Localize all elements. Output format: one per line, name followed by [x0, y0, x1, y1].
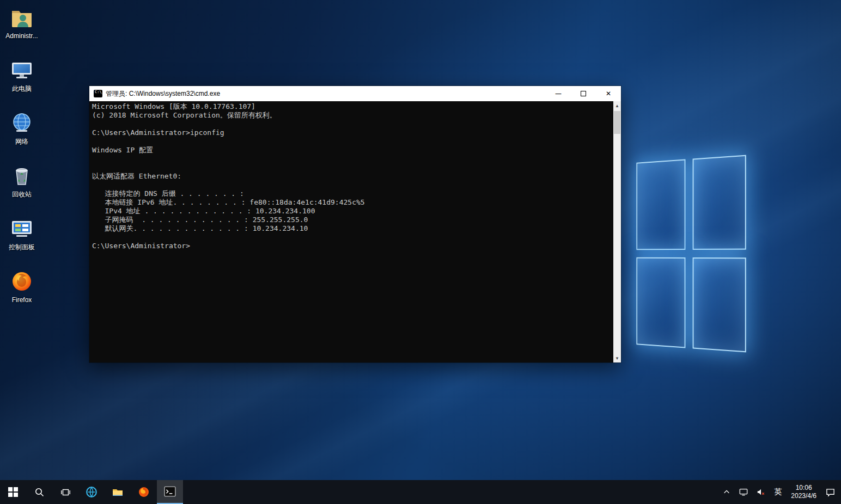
computer-icon [10, 58, 34, 82]
file-explorer-icon [112, 487, 123, 497]
scroll-thumb[interactable] [614, 111, 620, 134]
action-center-icon [826, 488, 835, 497]
desktop-icon-this-pc[interactable]: 此电脑 [1, 55, 42, 103]
desktop-icon-administrator[interactable]: Administr... [1, 2, 42, 50]
search-button[interactable] [26, 480, 52, 504]
desktop-icon-label: Firefox [12, 297, 32, 304]
windows-wallpaper-logo [636, 155, 746, 353]
clock[interactable]: 10:06 2023/4/6 [787, 480, 821, 504]
cmd-taskbar-button[interactable] [157, 480, 183, 504]
maximize-button[interactable] [571, 86, 596, 101]
system-tray: 英 10:06 2023/4/6 [719, 480, 841, 504]
desktop-icons: Administr... 此电脑 [1, 2, 42, 314]
desktop-icon-label: 此电脑 [12, 85, 32, 93]
file-explorer-button[interactable] [105, 480, 131, 504]
scroll-down-icon[interactable]: ▼ [613, 354, 621, 362]
cmd-body: Microsoft Windows [版本 10.0.17763.107](c)… [89, 101, 621, 362]
task-view-button[interactable] [52, 480, 78, 504]
tray-volume-button[interactable] [753, 480, 769, 504]
action-center-button[interactable] [822, 480, 839, 504]
maximize-icon [581, 91, 586, 96]
clock-time: 10:06 [796, 484, 812, 492]
desktop-icon-recycle-bin[interactable]: 回收站 [1, 161, 42, 208]
windows-start-icon [8, 487, 18, 497]
recycle-bin-icon [10, 164, 34, 188]
tray-display-button[interactable] [735, 480, 752, 504]
network-globe-icon [10, 111, 34, 135]
internet-explorer-button[interactable] [78, 480, 105, 504]
desktop-icon-network[interactable]: 网络 [1, 108, 42, 156]
task-view-icon [61, 488, 70, 497]
chevron-up-icon [723, 488, 730, 496]
display-status-icon [739, 488, 748, 496]
minimize-button[interactable]: — [546, 86, 571, 101]
cmd-taskbar-icon [164, 485, 176, 497]
speaker-muted-icon [757, 488, 765, 496]
tray-expand-button[interactable] [719, 480, 734, 504]
cmd-window-title: 管理员: C:\Windows\system32\cmd.exe [106, 89, 546, 99]
user-folder-icon [10, 5, 34, 29]
desktop-icon-label: 网络 [15, 138, 28, 145]
cmd-app-icon [94, 90, 102, 97]
close-button[interactable]: ✕ [596, 86, 621, 101]
clock-date: 2023/4/6 [791, 492, 816, 500]
internet-explorer-icon [86, 486, 97, 498]
taskbar-left [0, 480, 183, 504]
start-button[interactable] [0, 480, 26, 504]
desktop: Administr... 此电脑 [0, 0, 841, 504]
taskbar-spacer [183, 480, 719, 504]
control-panel-icon [10, 217, 34, 241]
firefox-taskbar-button[interactable] [131, 480, 157, 504]
firefox-icon [10, 269, 34, 293]
search-icon [35, 488, 44, 497]
firefox-taskbar-icon [138, 486, 150, 498]
cmd-window: 管理员: C:\Windows\system32\cmd.exe — ✕ Mic… [89, 86, 621, 362]
desktop-icon-control-panel[interactable]: 控制面板 [1, 213, 42, 261]
desktop-icon-label: 控制面板 [9, 244, 35, 251]
terminal-output[interactable]: Microsoft Windows [版本 10.0.17763.107](c)… [89, 101, 613, 362]
terminal-scrollbar[interactable]: ▲ ▼ [613, 101, 621, 362]
scroll-up-icon[interactable]: ▲ [613, 101, 621, 110]
taskbar: 英 10:06 2023/4/6 [0, 480, 841, 504]
ime-indicator[interactable]: 英 [770, 480, 785, 504]
cmd-titlebar[interactable]: 管理员: C:\Windows\system32\cmd.exe — ✕ [89, 86, 621, 101]
desktop-icon-firefox[interactable]: Firefox [1, 266, 42, 314]
desktop-icon-label: Administr... [5, 33, 38, 40]
desktop-icon-label: 回收站 [12, 191, 32, 198]
